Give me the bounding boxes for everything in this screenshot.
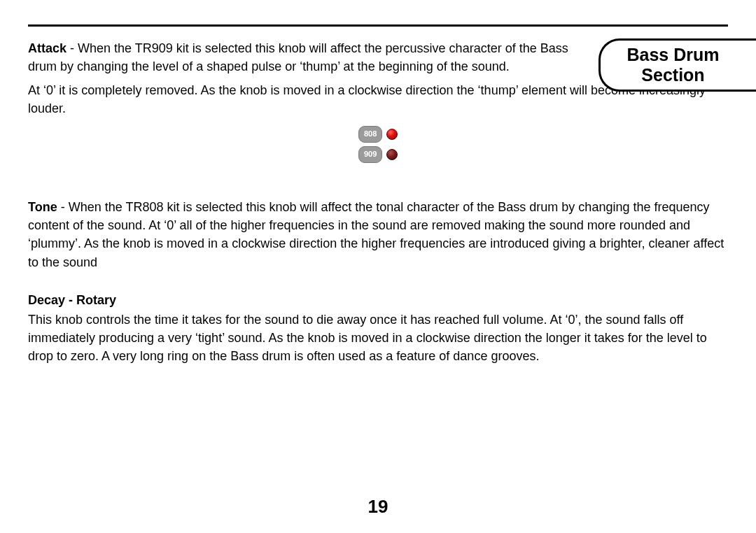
section-header-box: Bass Drum Section (598, 38, 756, 92)
manual-page: Bass Drum Section Attack - When the TR90… (0, 0, 756, 365)
kit-label-808: 808 (358, 126, 382, 143)
tone-text: - When the TR808 kit is selected this kn… (28, 200, 724, 269)
decay-paragraph: This knob controls the time it takes for… (28, 311, 728, 365)
led-row-909: 909 (358, 146, 398, 163)
section-header-line1: Bass Drum (622, 45, 724, 65)
attack-label: Attack (28, 41, 66, 55)
led-row-808: 808 (358, 126, 398, 143)
tone-paragraph: Tone - When the TR808 kit is selected th… (28, 198, 728, 271)
section-header-line2: Section (622, 65, 724, 85)
top-rule (28, 24, 728, 27)
attack-text-part1: - When the TR909 kit is selected this kn… (28, 41, 568, 73)
led-909-icon (386, 149, 398, 160)
tone-label: Tone (28, 200, 57, 214)
led-figure-inner: 808 909 (358, 126, 398, 166)
attack-text-part2: At ‘0’ it is completely removed. As the … (28, 83, 706, 115)
page-number: 19 (0, 496, 756, 518)
kit-label-909: 909 (358, 146, 382, 163)
decay-heading: Decay - Rotary (28, 291, 728, 309)
led-808-icon (386, 129, 398, 140)
led-figure: 808 909 (28, 126, 728, 166)
